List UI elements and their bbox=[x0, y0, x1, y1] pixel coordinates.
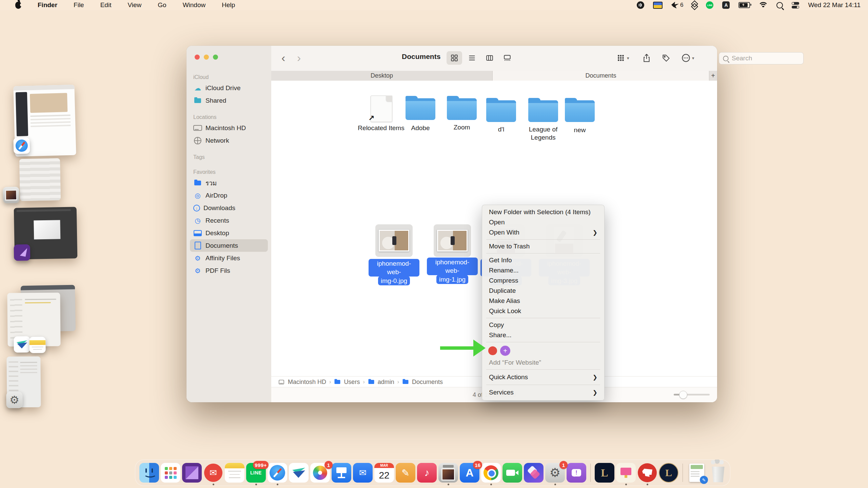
folder-league-of-legends[interactable] bbox=[528, 100, 558, 122]
battery-icon[interactable] bbox=[738, 2, 750, 8]
dock-mail-client-icon[interactable] bbox=[289, 463, 309, 483]
tab-desktop[interactable]: Desktop bbox=[271, 71, 493, 81]
minimized-affinity-window[interactable] bbox=[14, 207, 78, 259]
zoom-button[interactable] bbox=[213, 55, 218, 60]
sidebar-item-desktop[interactable]: Desktop bbox=[190, 227, 268, 239]
dock-chrome-icon[interactable] bbox=[481, 463, 501, 483]
dock-cleanmymac-icon[interactable] bbox=[616, 463, 636, 483]
dock-photo-booth-icon[interactable] bbox=[438, 463, 458, 483]
dock-notes-icon[interactable] bbox=[225, 463, 244, 483]
folder-dl[interactable] bbox=[486, 100, 516, 122]
dock-riot-games-icon[interactable] bbox=[637, 463, 657, 483]
input-source-icon[interactable]: A bbox=[722, 1, 730, 9]
share-button[interactable] bbox=[643, 51, 651, 65]
menu-item-copy[interactable]: Copy bbox=[482, 320, 604, 330]
minimized-photobooth-window[interactable] bbox=[19, 158, 61, 201]
menu-file[interactable]: File bbox=[74, 1, 84, 9]
list-view-button[interactable] bbox=[464, 51, 480, 65]
menu-item-share[interactable]: Share... bbox=[482, 330, 604, 340]
dock-lol-client-icon[interactable]: L bbox=[659, 463, 678, 483]
gallery-view-button[interactable] bbox=[499, 51, 515, 65]
dock-launchpad-icon[interactable] bbox=[161, 463, 180, 483]
wifi-icon[interactable] bbox=[759, 2, 768, 8]
dock-music-icon[interactable]: ♪ bbox=[417, 463, 437, 483]
dock-feedback-icon[interactable]: ! bbox=[567, 463, 586, 483]
tab-documents[interactable]: Documents bbox=[493, 71, 709, 81]
menu-item-get-info[interactable]: Get Info bbox=[482, 255, 604, 265]
tags-button[interactable] bbox=[662, 51, 670, 65]
folder-label[interactable]: new bbox=[556, 126, 604, 134]
close-button[interactable] bbox=[195, 55, 200, 60]
back-button[interactable]: ‹ bbox=[281, 50, 285, 65]
sidebar-item-shared[interactable]: Shared bbox=[190, 94, 268, 107]
menu-item-quick-look[interactable]: Quick Look bbox=[482, 306, 604, 316]
red-tag-button[interactable] bbox=[488, 346, 497, 355]
folder-zoom[interactable] bbox=[447, 98, 477, 120]
minimize-button[interactable] bbox=[204, 55, 209, 60]
dock-line-icon[interactable]: LINE999+ bbox=[246, 463, 266, 483]
menu-go[interactable]: Go bbox=[158, 1, 166, 9]
menu-item-rename[interactable]: Rename... bbox=[482, 265, 604, 276]
dock-finder-icon[interactable] bbox=[139, 463, 159, 483]
dock-photos-icon[interactable]: 1 bbox=[310, 463, 330, 483]
sidebar-item-network[interactable]: Network bbox=[190, 134, 268, 147]
menu-item-open[interactable]: Open bbox=[482, 217, 604, 227]
folder-label[interactable]: Adobe bbox=[397, 124, 444, 132]
control-center-icon[interactable] bbox=[792, 2, 799, 8]
sidebar-item-pdf-fils[interactable]: ⚙PDF Fils bbox=[190, 264, 268, 277]
new-tab-button[interactable]: + bbox=[709, 71, 717, 81]
menu-window[interactable]: Window bbox=[183, 1, 206, 9]
dock-keynote-icon[interactable] bbox=[332, 463, 351, 483]
menu-edit[interactable]: Edit bbox=[100, 1, 112, 9]
dock-recent-document-icon[interactable]: ✎ bbox=[687, 463, 707, 483]
menu-item-new-folder-with-selection[interactable]: New Folder with Selection (4 Items) bbox=[482, 207, 604, 217]
menu-item-duplicate[interactable]: Duplicate bbox=[482, 286, 604, 296]
menu-view[interactable]: View bbox=[127, 1, 141, 9]
menu-item-add-for-website-tag[interactable]: Add “For Website” bbox=[482, 358, 604, 368]
menu-item-move-to-trash[interactable]: Move to Trash bbox=[482, 241, 604, 251]
icon-size-slider[interactable] bbox=[674, 394, 710, 395]
sidebar-item-downloads[interactable]: ↓Downloads bbox=[190, 202, 268, 214]
file-iphonemod-web-img-1[interactable] bbox=[434, 224, 471, 257]
bird-app-status-icon[interactable]: 6 bbox=[671, 2, 683, 8]
column-view-button[interactable] bbox=[482, 51, 497, 65]
minimized-settings-window[interactable]: ⚙ bbox=[6, 357, 41, 408]
menu-item-open-with[interactable]: Open With❯ bbox=[482, 227, 604, 238]
menu-item-quick-actions[interactable]: Quick Actions❯ bbox=[482, 371, 604, 383]
minimized-safari-window[interactable] bbox=[13, 85, 76, 157]
dock-apple-mail-icon[interactable]: ✉ bbox=[353, 463, 373, 483]
menu-bar-clock[interactable]: Wed 22 Mar 14:11 bbox=[808, 1, 861, 9]
slider-knob[interactable] bbox=[679, 391, 687, 399]
dock-app-store-icon[interactable]: A16 bbox=[460, 463, 479, 483]
menu-item-make-alias[interactable]: Make Alias bbox=[482, 296, 604, 306]
menu-app-name[interactable]: Finder bbox=[38, 1, 57, 9]
icon-view-button[interactable] bbox=[447, 51, 462, 65]
more-actions-button[interactable]: ▾ bbox=[682, 51, 694, 65]
dock-affinity-photo-icon[interactable] bbox=[182, 463, 202, 483]
path-item-admin[interactable]: admin bbox=[378, 379, 394, 386]
dock-trash-icon[interactable] bbox=[708, 463, 728, 483]
dock-facetime-icon[interactable] bbox=[502, 463, 522, 483]
folder-new[interactable] bbox=[565, 100, 595, 122]
dock-league-of-legends-icon[interactable]: L bbox=[595, 463, 614, 483]
dock-mail-red-icon[interactable]: ✉ bbox=[203, 463, 223, 483]
display-status-icon[interactable] bbox=[653, 2, 663, 9]
sidebar-item-airdrop[interactable]: ◎AirDrop bbox=[190, 189, 268, 202]
apple-menu-icon[interactable] bbox=[15, 2, 21, 9]
file-iphonemod-web-img-0[interactable] bbox=[375, 224, 413, 257]
path-item-users[interactable]: Users bbox=[344, 379, 360, 386]
folder-label[interactable]: d'l bbox=[477, 125, 525, 134]
minimized-notes-window[interactable] bbox=[7, 292, 60, 346]
spotlight-icon[interactable] bbox=[776, 2, 783, 8]
dock-shortcuts-icon[interactable] bbox=[524, 463, 544, 483]
path-item-documents[interactable]: Documents bbox=[412, 379, 443, 386]
dock-system-settings-icon[interactable]: ⚙1 bbox=[545, 463, 565, 483]
sidebar-item-icloud-drive[interactable]: ☁iCloud Drive bbox=[190, 82, 268, 94]
dock-calendar-icon[interactable]: MAR22 bbox=[374, 463, 394, 483]
folder-adobe[interactable] bbox=[406, 98, 435, 120]
menu-item-compress[interactable]: Compress bbox=[482, 276, 604, 286]
stack-status-icon[interactable] bbox=[692, 1, 697, 9]
sidebar-item-affinity-files[interactable]: ⚙Affinity Files bbox=[190, 252, 268, 264]
menu-help[interactable]: Help bbox=[222, 1, 235, 9]
status-app-icon[interactable] bbox=[637, 1, 644, 9]
